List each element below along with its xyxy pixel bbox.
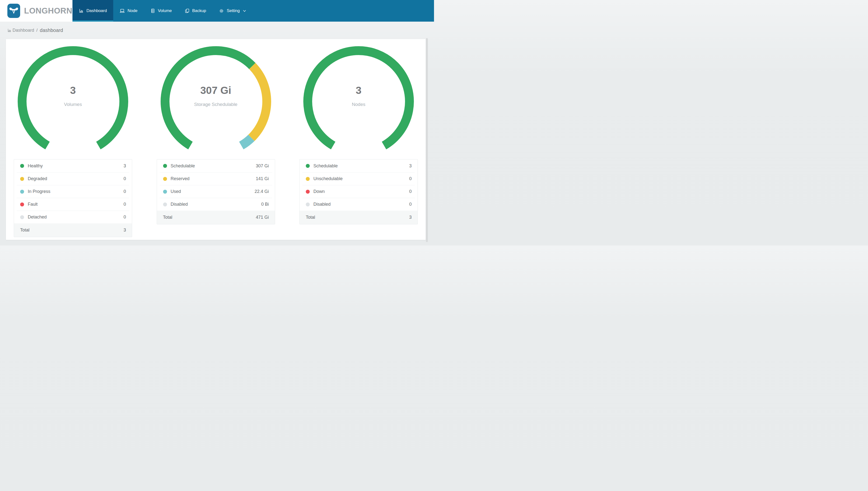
legend-total-value: 3	[409, 215, 412, 220]
legend-color-dot	[306, 202, 310, 206]
legend-rows: Schedulable3Unschedulable0Down0Disabled0	[300, 160, 417, 211]
legend-row: Degraded0	[17, 172, 129, 185]
legend-label: Degraded	[28, 176, 47, 181]
legend-color-dot	[20, 190, 24, 194]
legend-value: 3	[124, 164, 126, 169]
legend-color-dot	[163, 202, 167, 206]
legend-row: Down0	[302, 185, 415, 198]
legend-color-dot	[306, 164, 310, 168]
legend-row: Disabled0 Bi	[160, 198, 272, 211]
gauge-segment-schedulable	[308, 51, 409, 145]
legend-row: Reserved141 Gi	[160, 172, 272, 185]
legend-total-row: Total 471 Gi	[157, 211, 275, 224]
chevron-down-icon	[243, 10, 246, 12]
legend-row: Healthy3	[17, 160, 129, 172]
legend-table: Schedulable307 GiReserved141 GiUsed22.4 …	[157, 159, 275, 224]
gauge-segment-healthy	[22, 51, 124, 145]
legend-total-row: Total 3	[14, 223, 132, 237]
legend-value: 0	[409, 189, 412, 194]
gauge-columns: 3 Volumes Healthy3Degraded0In Progress0F…	[14, 45, 418, 237]
bar-chart-icon	[79, 8, 84, 13]
gauge-panel: 307 Gi Storage Schedulable Schedulable30…	[157, 45, 275, 237]
vertical-scrollbar-thumb[interactable]	[426, 38, 428, 242]
legend-label: In Progress	[28, 189, 50, 194]
breadcrumb-section-label: Dashboard	[12, 28, 34, 33]
tab-node[interactable]: Node	[113, 0, 144, 22]
tab-label: Setting	[227, 8, 240, 13]
legend-color-dot	[306, 190, 310, 194]
gauge-chart: 3 Nodes	[302, 45, 415, 158]
legend-row: Schedulable3	[302, 160, 415, 172]
breadcrumb: Dashboard / dashboard	[0, 22, 434, 39]
legend-value: 0	[409, 202, 412, 207]
legend-value: 0	[124, 189, 126, 194]
gauge-chart: 3 Volumes	[17, 45, 129, 158]
gear-icon	[219, 8, 224, 13]
legend-value: 0	[409, 176, 412, 181]
legend-label: Schedulable	[313, 164, 338, 169]
legend-color-dot	[306, 177, 310, 181]
legend-color-dot	[20, 202, 24, 206]
nav-tabs: Dashboard Node Volume Backup	[72, 0, 252, 22]
legend-color-dot	[20, 177, 24, 181]
dashboard-card: 3 Volumes Healthy3Degraded0In Progress0F…	[6, 39, 426, 240]
breadcrumb-dashboard-link[interactable]: Dashboard	[7, 28, 34, 33]
legend-row: Disabled0	[302, 198, 415, 211]
tab-setting[interactable]: Setting	[213, 0, 252, 22]
legend-label: Used	[171, 189, 181, 194]
tab-backup[interactable]: Backup	[178, 0, 213, 22]
bar-chart-icon	[7, 28, 11, 32]
longhorn-logo[interactable]: LONGHORN	[0, 0, 72, 22]
storage-drawers-icon	[150, 8, 155, 13]
gauge-chart: 307 Gi Storage Schedulable	[159, 45, 272, 158]
legend-row: In Progress0	[17, 185, 129, 198]
tab-label: Dashboard	[87, 8, 107, 13]
gauge-panel: 3 Nodes Schedulable3Unschedulable0Down0D…	[300, 45, 418, 237]
legend-color-dot	[163, 190, 167, 194]
legend-label: Schedulable	[171, 164, 195, 169]
legend-color-dot	[163, 164, 167, 168]
legend-value: 0 Bi	[261, 202, 269, 207]
gauge-panel: 3 Volumes Healthy3Degraded0In Progress0F…	[14, 45, 132, 237]
legend-label: Down	[313, 189, 325, 194]
legend-total-label: Total	[306, 215, 315, 220]
laptop-icon	[120, 8, 125, 13]
tab-dashboard[interactable]: Dashboard	[72, 0, 113, 22]
gauge-segment-reserved	[251, 66, 267, 138]
legend-color-dot	[163, 177, 167, 181]
legend-label: Detached	[28, 214, 46, 220]
legend-total-label: Total	[163, 215, 173, 220]
legend-label: Disabled	[313, 202, 331, 207]
legend-color-dot	[20, 164, 24, 168]
breadcrumb-separator: /	[36, 28, 38, 33]
breadcrumb-current-page: dashboard	[40, 28, 63, 33]
legend-total-value: 3	[124, 228, 126, 233]
legend-value: 141 Gi	[256, 176, 269, 181]
legend-value: 307 Gi	[256, 164, 269, 169]
legend-label: Reserved	[171, 176, 190, 181]
legend-value: 3	[409, 164, 412, 169]
logo-wordmark: LONGHORN	[24, 6, 72, 16]
copy-icon	[185, 8, 190, 13]
legend-row: Detached0	[17, 211, 129, 223]
legend-label: Unschedulable	[313, 176, 343, 181]
legend-value: 0	[124, 214, 126, 220]
legend-value: 22.4 Gi	[254, 189, 269, 194]
legend-label: Healthy	[28, 164, 43, 169]
tab-volume[interactable]: Volume	[144, 0, 178, 22]
legend-total-label: Total	[20, 228, 29, 233]
legend-row: Schedulable307 Gi	[160, 160, 272, 172]
longhorn-bull-icon	[7, 4, 20, 18]
legend-color-dot	[20, 215, 24, 219]
legend-total-row: Total 3	[300, 211, 417, 224]
gauge-segment-schedulable	[165, 51, 252, 145]
legend-table: Healthy3Degraded0In Progress0Fault0Detac…	[14, 159, 132, 237]
legend-value: 0	[124, 202, 126, 207]
legend-rows: Healthy3Degraded0In Progress0Fault0Detac…	[14, 160, 132, 223]
legend-row: Unschedulable0	[302, 172, 415, 185]
legend-table: Schedulable3Unschedulable0Down0Disabled0…	[300, 159, 418, 224]
legend-row: Used22.4 Gi	[160, 185, 272, 198]
legend-label: Disabled	[171, 202, 188, 207]
legend-rows: Schedulable307 GiReserved141 GiUsed22.4 …	[157, 160, 275, 211]
tab-label: Backup	[192, 8, 206, 13]
